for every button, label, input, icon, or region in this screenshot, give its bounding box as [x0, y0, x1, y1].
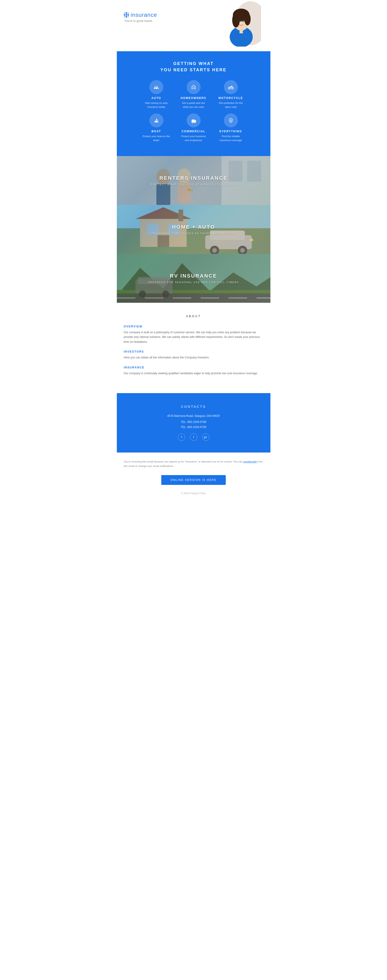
commercial-icon-circle [187, 113, 201, 127]
svg-rect-40 [179, 210, 183, 221]
footer-copyright: © 2015 Privacy Policy [117, 490, 270, 502]
everything-icon-circle [224, 113, 238, 127]
commercial-title: COMMERCIAL [180, 130, 208, 133]
promo-section: RENTERS INSURANCE PROTECT WHAT YOU LOVE … [117, 156, 270, 303]
svg-rect-12 [194, 88, 195, 89]
motorcycle-icon-circle [224, 80, 238, 94]
svg-point-61 [162, 290, 169, 298]
auto-icon [153, 84, 160, 91]
insurance-text: Our company is continually seeking quali… [124, 371, 263, 375]
home-auto-title: HOME + AUTO [151, 224, 236, 230]
auto-desc: Start saving on auto insurance today [143, 101, 170, 109]
motorcycle-desc: Get protection for the open road [217, 101, 245, 109]
rv-content: RV INSURANCE PACKAGES FOR SEASONAL USE A… [148, 273, 239, 284]
about-item-overview: OVERVIEW Our company is built on a philo… [124, 325, 263, 344]
social-icons-row: f t g+ [124, 433, 263, 441]
svg-rect-26 [247, 161, 261, 181]
investors-text: Here you can obtain all the information … [124, 355, 263, 360]
investors-title: INVESTORS [124, 350, 263, 353]
overview-text: Our company is built on a philosophy of … [124, 330, 263, 344]
everything-title: EVERYTHING [217, 130, 245, 133]
everything-icon [227, 117, 234, 124]
svg-rect-9 [239, 29, 243, 33]
commercial-icon [190, 117, 197, 124]
icon-item-boat[interactable]: BOAT Protect your boat on the water [143, 113, 170, 142]
svg-rect-47 [249, 239, 253, 241]
icon-item-motorcycle[interactable]: MOTORCYCLE Get protection for the open r… [217, 80, 245, 109]
homeowners-icon [190, 84, 197, 91]
svg-rect-52 [145, 298, 163, 299]
contacts-tel2: TEL: 800-2345-6790 [124, 425, 263, 429]
footer-note: You're receiving this email because you … [117, 452, 270, 471]
svg-point-45 [212, 248, 217, 253]
blue-section: GETTING WHAT YOU NEED STARTS HERE AUTO S… [117, 51, 270, 156]
promo-panel-home-auto[interactable]: HOME + AUTO INSURANCE THAT FLEXES AS YOU… [117, 205, 270, 254]
overview-title: OVERVIEW [124, 325, 263, 328]
home-auto-subtitle: INSURANCE THAT FLEXES AS YOUR NEEDS EVOL… [151, 232, 236, 235]
boat-title: BOAT [143, 130, 170, 133]
footer-btn-wrap: ONLINE VERSION IS HERE [117, 471, 270, 490]
svg-point-46 [240, 248, 245, 253]
svg-rect-32 [189, 190, 193, 191]
about-item-insurance: INSURANCE Our company is continually see… [124, 366, 263, 375]
about-title: ABOUT [124, 314, 263, 318]
svg-point-60 [139, 290, 146, 298]
renters-subtitle: PROTECT WHAT YOU LOVE AT A PRICE YOU'LL … [151, 183, 236, 186]
svg-rect-28 [156, 184, 170, 205]
svg-point-21 [194, 122, 195, 122]
svg-rect-54 [201, 298, 219, 299]
copyright-text: © 2015 Privacy Policy [181, 492, 206, 495]
svg-rect-11 [192, 88, 194, 89]
svg-rect-51 [117, 298, 135, 299]
everything-desc: Find the reliable insurance coverage [217, 134, 245, 142]
homeowners-title: HOMEOWNERS [180, 96, 208, 100]
motorcycle-icon [227, 84, 234, 91]
contacts-title: CONTACTS [124, 405, 263, 409]
boat-icon-circle [149, 113, 163, 127]
googleplus-icon[interactable]: g+ [202, 433, 209, 441]
icon-item-everything[interactable]: EVERYTHING Find the reliable insurance c… [217, 113, 245, 142]
renters-content: RENTERS INSURANCE PROTECT WHAT YOU LOVE … [151, 175, 236, 186]
boat-icon [153, 117, 160, 124]
svg-rect-55 [228, 298, 247, 299]
icon-row-2: BOAT Protect your boat on the water COMM… [124, 113, 263, 142]
twitter-icon[interactable]: t [190, 433, 197, 441]
header-section: insurance You're in good hands [117, 0, 270, 51]
contacts-tel1: TEL: 800-2345-6789 [124, 420, 263, 424]
facebook-icon[interactable]: f [178, 433, 185, 441]
footer-note-text: You're receiving this email because you … [124, 460, 243, 463]
auto-icon-circle [149, 80, 163, 94]
icon-item-homeowners[interactable]: HOMEOWNERS Get a quote and see what you … [180, 80, 208, 109]
svg-point-4 [232, 13, 239, 27]
promo-panel-renters[interactable]: RENTERS INSURANCE PROTECT WHAT YOU LOVE … [117, 156, 270, 205]
svg-rect-10 [193, 86, 194, 86]
rv-title: RV INSURANCE [148, 273, 239, 279]
logo-grid-icon [124, 12, 129, 18]
svg-rect-53 [173, 298, 191, 299]
rv-subtitle: PACKAGES FOR SEASONAL USE AND FOR FULL-T… [148, 281, 239, 284]
unsubscribe-link[interactable]: unsubscribe [243, 460, 257, 463]
home-auto-content: HOME + AUTO INSURANCE THAT FLEXES AS YOU… [151, 224, 236, 235]
svg-point-15 [229, 88, 230, 89]
online-version-button[interactable]: ONLINE VERSION IS HERE [161, 475, 226, 485]
about-item-investors: INVESTORS Here you can obtain all the in… [124, 350, 263, 360]
logo-text: insurance [131, 12, 157, 18]
auto-title: AUTO [143, 96, 170, 100]
promo-panel-rv[interactable]: RV INSURANCE PACKAGES FOR SEASONAL USE A… [117, 254, 270, 303]
renters-title: RENTERS INSURANCE [151, 175, 236, 181]
blue-section-heading: GETTING WHAT YOU NEED STARTS HERE [124, 60, 263, 73]
contacts-address: 4578 Marmora Road, Glasgow, D04 89GR [124, 414, 263, 418]
icon-item-auto[interactable]: AUTO Start saving on auto insurance toda… [143, 80, 170, 109]
svg-point-16 [232, 88, 233, 89]
homeowners-desc: Get a quote and see what you can save [180, 101, 208, 109]
boat-desc: Protect your boat on the water [143, 134, 170, 142]
insurance-title: INSURANCE [124, 366, 263, 369]
homeowners-icon-circle [187, 80, 201, 94]
about-section: ABOUT OVERVIEW Our company is built on a… [117, 303, 270, 393]
header-woman-illustration [219, 0, 270, 48]
motorcycle-title: MOTORCYCLE [217, 96, 245, 100]
svg-rect-39 [157, 235, 169, 247]
icon-item-commercial[interactable]: COMMERCIAL Protect your business and emp… [180, 113, 208, 142]
svg-rect-56 [257, 298, 270, 299]
svg-point-19 [192, 122, 193, 122]
